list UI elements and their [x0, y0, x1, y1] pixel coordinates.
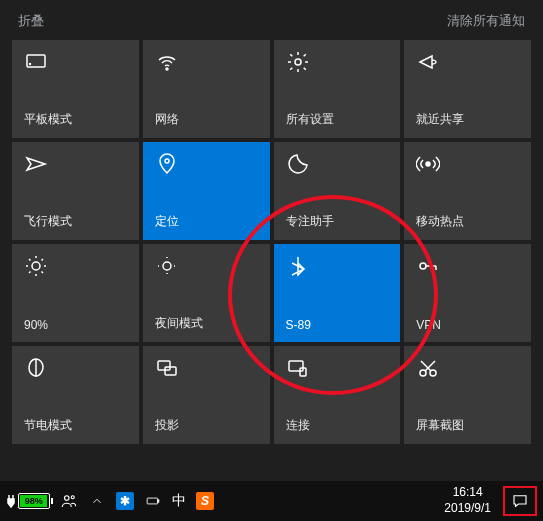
- tile-label: S-89: [286, 318, 389, 332]
- panel-header: 折叠 清除所有通知: [8, 8, 535, 40]
- sogou-ime-icon[interactable]: S: [196, 492, 214, 510]
- tile-label: VPN: [416, 318, 519, 332]
- svg-point-2: [166, 68, 168, 70]
- tile-label: 就近共享: [416, 111, 519, 128]
- wifi-icon: [155, 50, 179, 74]
- svg-point-8: [420, 263, 426, 269]
- location-icon: [155, 152, 179, 176]
- tile-label: 移动热点: [416, 213, 519, 230]
- tile-label: 节电模式: [24, 417, 127, 434]
- tile-label: 定位: [155, 213, 258, 230]
- tile-brightness[interactable]: 90%: [12, 244, 139, 342]
- tile-tablet-mode[interactable]: 平板模式: [12, 40, 139, 138]
- tile-label: 屏幕截图: [416, 417, 519, 434]
- svg-rect-17: [147, 498, 158, 504]
- clear-all-link[interactable]: 清除所有通知: [447, 12, 525, 30]
- tile-all-settings[interactable]: 所有设置: [274, 40, 401, 138]
- tablet-icon: [24, 50, 48, 74]
- tile-label: 所有设置: [286, 111, 389, 128]
- svg-rect-11: [289, 361, 303, 371]
- tile-airplane-mode[interactable]: 飞行模式: [12, 142, 139, 240]
- gear-icon: [286, 50, 310, 74]
- bluetooth-icon: [286, 254, 310, 278]
- tile-screen-snip[interactable]: 屏幕截图: [404, 346, 531, 444]
- plug-icon: [6, 493, 16, 509]
- tile-label: 专注助手: [286, 213, 389, 230]
- tile-mobile-hotspot[interactable]: 移动热点: [404, 142, 531, 240]
- tile-label: 90%: [24, 318, 127, 332]
- svg-point-7: [163, 262, 171, 270]
- tray-right: 16:14 2019/9/1: [440, 485, 537, 516]
- tile-battery-saver[interactable]: 节电模式: [12, 346, 139, 444]
- sun-icon: [24, 254, 48, 278]
- connect-icon: [286, 356, 310, 380]
- tile-location[interactable]: 定位: [143, 142, 270, 240]
- svg-rect-18: [158, 500, 159, 502]
- tile-connect[interactable]: 连接: [274, 346, 401, 444]
- tile-nearby-share[interactable]: 就近共享: [404, 40, 531, 138]
- clock-time: 16:14: [444, 485, 491, 501]
- project-icon: [155, 356, 179, 380]
- svg-point-6: [32, 262, 40, 270]
- action-center-button[interactable]: [503, 486, 537, 516]
- leaf-icon: [24, 356, 48, 380]
- battery-indicator[interactable]: 98%: [6, 493, 50, 509]
- tile-label: 平板模式: [24, 111, 127, 128]
- chevron-up-icon[interactable]: [88, 492, 106, 510]
- svg-point-16: [71, 496, 74, 499]
- tile-label: 飞行模式: [24, 213, 127, 230]
- quick-actions-grid: 平板模式 网络 所有设置 就近共享 飞行模式: [8, 40, 535, 444]
- tray-app-blue[interactable]: ✱: [116, 492, 134, 510]
- tile-bluetooth[interactable]: S-89: [274, 244, 401, 342]
- share-icon: [416, 50, 440, 74]
- hotspot-icon: [416, 152, 440, 176]
- battery-percent: 98%: [20, 495, 47, 507]
- clock[interactable]: 16:14 2019/9/1: [440, 485, 495, 516]
- tile-vpn[interactable]: VPN: [404, 244, 531, 342]
- tray-left: 98% ✱ 中 S: [6, 492, 214, 510]
- battery-tray-icon[interactable]: [144, 492, 162, 510]
- tile-label: 连接: [286, 417, 389, 434]
- tile-label: 网络: [155, 111, 258, 128]
- svg-point-15: [65, 496, 70, 501]
- svg-point-5: [426, 162, 430, 166]
- moon-icon: [286, 152, 310, 176]
- tile-label: 投影: [155, 417, 258, 434]
- tile-focus-assist[interactable]: 专注助手: [274, 142, 401, 240]
- svg-point-4: [165, 159, 169, 163]
- night-light-icon: [155, 254, 179, 278]
- collapse-link[interactable]: 折叠: [18, 12, 44, 30]
- action-center-panel: 折叠 清除所有通知 平板模式 网络 所有设置 就近共享: [0, 0, 543, 481]
- svg-point-3: [295, 59, 301, 65]
- battery-icon: 98%: [18, 493, 50, 509]
- ime-indicator[interactable]: 中: [172, 492, 186, 510]
- svg-point-1: [30, 64, 31, 65]
- tile-label: 夜间模式: [155, 315, 258, 332]
- snip-icon: [416, 356, 440, 380]
- svg-rect-9: [158, 361, 170, 370]
- clock-date: 2019/9/1: [444, 501, 491, 517]
- people-icon[interactable]: [60, 492, 78, 510]
- airplane-icon: [24, 152, 48, 176]
- tile-night-light[interactable]: 夜间模式: [143, 244, 270, 342]
- vpn-icon: [416, 254, 440, 278]
- tile-project[interactable]: 投影: [143, 346, 270, 444]
- taskbar: 98% ✱ 中 S 16:14 2019/9/1: [0, 481, 543, 521]
- tile-network[interactable]: 网络: [143, 40, 270, 138]
- notification-icon: [511, 492, 529, 510]
